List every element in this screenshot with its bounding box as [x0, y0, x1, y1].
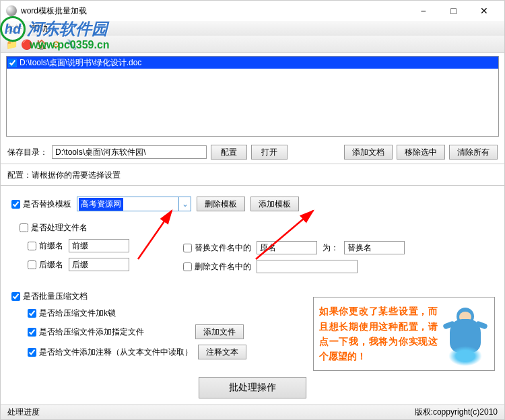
replace-to-label: 为：: [323, 242, 339, 254]
statusbar: 处理进度 版权:coppyright(c)2010: [1, 405, 504, 419]
add-template-button[interactable]: 添加模板: [250, 197, 299, 211]
list-item-checkbox[interactable]: [8, 59, 17, 67]
list-item-path: D:\tools\桌面\说明书\绿化设计.doc: [20, 57, 141, 69]
template-combo-value: 高考资源网: [79, 198, 123, 211]
main-window: word模板批量加载 − □ ✕ 文件 帮助 📁 🔴 🏠 ⚙ 🔧 D:\tool…: [0, 0, 505, 420]
comment-text-button[interactable]: 注释文本: [198, 345, 246, 359]
chevron-down-icon: ⌄: [178, 197, 191, 211]
replace-template-checkbox[interactable]: 是否替换模板: [11, 199, 71, 210]
prefix-checkbox[interactable]: 前缀名: [28, 240, 63, 252]
menu-help[interactable]: 帮助: [32, 23, 48, 34]
app-icon: [6, 5, 17, 16]
suffix-input[interactable]: [69, 258, 129, 271]
toolbar: 📁 🔴 🏠 ⚙ 🔧: [1, 36, 504, 53]
compress-comment-checkbox[interactable]: 是否给文件添加注释（从文本文件中读取）: [28, 347, 193, 358]
file-list[interactable]: D:\tools\桌面\说明书\绿化设计.doc: [6, 56, 499, 137]
replace-from-input[interactable]: [257, 241, 317, 254]
window-title: word模板批量加载: [21, 5, 87, 17]
save-dir-input[interactable]: [52, 145, 207, 159]
toolbar-icon-2[interactable]: 🔴: [21, 39, 32, 50]
compress-lock-checkbox[interactable]: 是否给压缩文件加k锁: [28, 308, 116, 319]
replace-to-input[interactable]: [344, 241, 405, 254]
config-button[interactable]: 配置: [211, 145, 247, 160]
batch-compress-checkbox[interactable]: 是否批量压缩文档: [11, 291, 88, 302]
save-dir-row: 保存目录： 配置 打开 添加文档 移除选中 清除所有: [1, 142, 504, 162]
open-button[interactable]: 打开: [251, 145, 288, 160]
compress-addfile-checkbox[interactable]: 是否给压缩文件添加指定文件: [28, 326, 144, 338]
list-item[interactable]: D:\tools\桌面\说明书\绿化设计.doc: [7, 57, 498, 69]
toolbar-icon-5[interactable]: 🔧: [65, 39, 76, 50]
menu-file[interactable]: 文件: [6, 23, 22, 34]
genie-tip-box[interactable]: 如果你更改了某些设置，而且想长期使用这种配置，请点一下我，我将为你实现这个愿望的…: [313, 297, 495, 371]
toolbar-icon-3[interactable]: 🏠: [36, 39, 46, 50]
status-copyright: 版权:coppyright(c)2010: [415, 407, 498, 418]
batch-process-button[interactable]: 批处理操作: [199, 377, 306, 398]
toolbar-icon-4[interactable]: ⚙: [50, 39, 61, 50]
save-dir-label: 保存目录：: [7, 147, 48, 158]
menubar: 文件 帮助: [1, 21, 504, 36]
template-combo[interactable]: 高考资源网 ⌄: [77, 197, 191, 211]
suffix-checkbox[interactable]: 后缀名: [28, 259, 63, 271]
toolbar-icon-1[interactable]: 📁: [6, 39, 17, 50]
config-hint: 配置：请根据你的需要选择设置: [1, 166, 504, 184]
delete-in-name-checkbox[interactable]: 删除文件名中的: [183, 261, 251, 273]
remove-selected-button[interactable]: 移除选中: [397, 145, 445, 160]
delete-in-name-input[interactable]: [257, 260, 358, 273]
add-doc-button[interactable]: 添加文档: [344, 145, 393, 160]
maximize-button[interactable]: □: [438, 1, 469, 20]
replace-in-name-checkbox[interactable]: 替换文件名中的: [183, 242, 251, 254]
status-progress: 处理进度: [7, 407, 40, 418]
genie-icon: [442, 302, 489, 366]
delete-template-button[interactable]: 删除模板: [197, 197, 245, 211]
prefix-input[interactable]: [69, 239, 129, 252]
clear-all-button[interactable]: 清除所有: [449, 145, 498, 160]
titlebar: word模板批量加载 − □ ✕: [1, 1, 504, 21]
close-button[interactable]: ✕: [469, 1, 499, 20]
process-filename-checkbox[interactable]: 是否处理文件名: [20, 222, 88, 234]
minimize-button[interactable]: −: [408, 1, 438, 20]
genie-text: 如果你更改了某些设置，而且想长期使用这种配置，请点一下我，我将为你实现这个愿望的…: [319, 304, 438, 364]
add-file-button[interactable]: 添加文件: [195, 324, 244, 339]
